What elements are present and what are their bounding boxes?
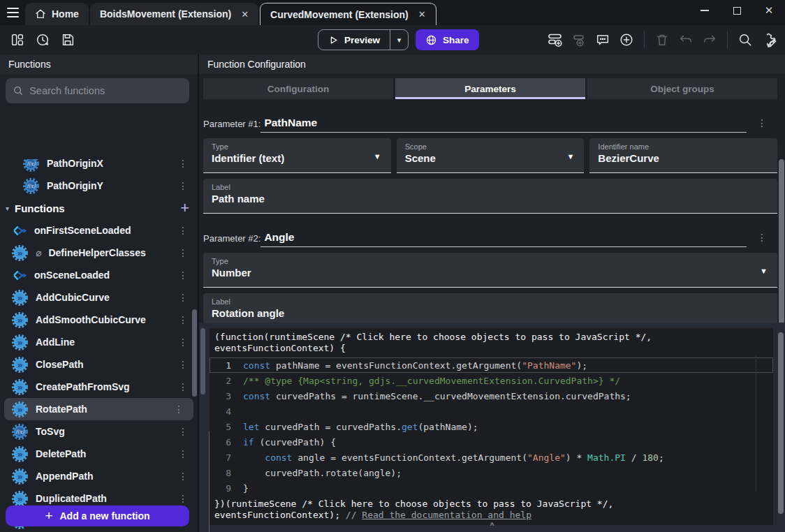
search-input[interactable]	[29, 85, 182, 96]
maximize-button[interactable]	[721, 0, 753, 21]
item-menu-icon[interactable]: ⋮	[174, 471, 192, 482]
project-panels-icon[interactable]	[8, 31, 27, 49]
item-menu-icon[interactable]: ⋮	[174, 180, 192, 191]
sidebar-item-createpathfromsvg[interactable]: »CreatePathFromSvg⋮	[0, 376, 198, 398]
trash-icon[interactable]	[653, 31, 671, 49]
sidebar-item-rotatepath[interactable]: »RotatePath⋮	[4, 398, 193, 420]
code-line-3[interactable]: 3const curvedPaths = runtimeScene.__curv…	[210, 388, 773, 404]
functions-section-header[interactable]: ▾Functions+	[0, 197, 198, 219]
code-line-9[interactable]: 9}	[210, 480, 773, 496]
share-button[interactable]: Share	[416, 29, 479, 50]
type-select[interactable]: Type Identifier (text) ▼	[203, 138, 391, 173]
preview-main[interactable]: Preview	[318, 30, 390, 50]
redo-icon[interactable]	[700, 31, 719, 49]
parameters-scrollbar-thumb[interactable]	[779, 159, 784, 325]
tab-object-groups[interactable]: Object groups	[587, 78, 777, 99]
code-line-7[interactable]: 7 const angle = eventsFunctionContext.ge…	[210, 450, 773, 465]
sidebar-item-appendpath[interactable]: »AppendPath⋮	[0, 465, 198, 487]
sidebar-item-onfirstsceneloaded[interactable]: onFirstSceneLoaded⋮	[0, 219, 198, 242]
close-button[interactable]: ✕	[753, 0, 785, 21]
item-menu-icon[interactable]: ⋮	[174, 493, 192, 504]
item-menu-icon[interactable]: ⋮	[174, 381, 192, 392]
item-menu-icon[interactable]: ⋮	[174, 359, 192, 370]
code-line-8[interactable]: 8 curvedPath.rotate(angle);	[210, 465, 773, 480]
undo-icon[interactable]	[677, 31, 695, 49]
sidebar-item-deletepath[interactable]: »DeletePath⋮	[0, 443, 198, 465]
svg-text:»: »	[17, 337, 22, 347]
events-left-scrollbar-thumb[interactable]	[200, 328, 205, 394]
item-menu-icon[interactable]: ⋮	[174, 159, 192, 169]
item-menu-icon[interactable]: ⋮	[174, 337, 192, 348]
sidebar-item-addsmoothcubiccurve[interactable]: »AddSmoothCubicCurve⋮	[0, 309, 198, 331]
label-field[interactable]: Label Path name	[203, 179, 777, 214]
parameter-name-input[interactable]: Angle	[261, 231, 747, 247]
menu-icon[interactable]	[0, 0, 25, 25]
parameter-menu-icon[interactable]: ⋮	[747, 232, 777, 247]
svg-text:»: »	[17, 359, 22, 369]
add-icon[interactable]: +	[180, 201, 189, 215]
edit-extension-icon[interactable]	[760, 31, 778, 49]
scope-select[interactable]: Scope Scene ▼	[397, 138, 585, 173]
parameter-name-input[interactable]: PathName	[261, 117, 747, 133]
sidebar-item-addcubiccurve[interactable]: »AddCubicCurve⋮	[0, 286, 198, 309]
preview-dropdown[interactable]: ▾	[390, 30, 408, 50]
tab-parameters[interactable]: Parameters	[395, 78, 585, 99]
code-scrollbar-thumb[interactable]	[778, 332, 784, 514]
workspace: Functions f(x)PathOriginX⋮f(x)PathOrigin…	[0, 54, 785, 532]
js-code-editor[interactable]: (function(runtimeScene /* Click here to …	[210, 328, 773, 525]
parameter-menu-icon[interactable]: ⋮	[747, 117, 777, 133]
chevron-down-icon: ▼	[374, 152, 381, 161]
sidebar-item-closepath[interactable]: »ClosePath⋮	[0, 353, 198, 376]
collapse-arrow-icon[interactable]: ▾	[6, 205, 9, 212]
tab-boidsmovement[interactable]: BoidsMovement (Extension) ✕	[90, 3, 258, 25]
add-event-icon[interactable]	[546, 31, 564, 49]
code-header[interactable]: (function(runtimeScene /* Click here to …	[210, 328, 773, 355]
function-name: AddSmoothCubicCurve	[36, 314, 146, 325]
collapse-caret[interactable]: ^	[490, 521, 494, 531]
identifier-name-field[interactable]: Identifier name BezierCurve	[589, 138, 777, 173]
tab-home[interactable]: Home	[25, 3, 89, 25]
sidebar-scrollbar-thumb[interactable]	[192, 309, 197, 397]
code-line-6[interactable]: 6if (curvedPath) {	[210, 434, 773, 450]
add-comment-icon[interactable]	[594, 31, 612, 49]
tab-curvedmovement[interactable]: CurvedMovement (Extension) ✕	[260, 3, 436, 25]
sidebar-item-tosvg[interactable]: f(x)ToSvg⋮	[0, 420, 198, 443]
window-controls: ✕	[689, 0, 785, 25]
sidebar-item-onsceneloaded[interactable]: onSceneLoaded⋮	[0, 264, 198, 286]
close-tab-icon[interactable]: ✕	[237, 9, 249, 20]
svg-text:»: »	[17, 314, 22, 325]
add-subevent-icon[interactable]	[570, 31, 588, 49]
sidebar-item-definehelperclasses[interactable]: »⌀DefineHelperClasses⋮	[0, 242, 198, 264]
sidebar-item-addline[interactable]: »AddLine⋮	[0, 331, 198, 353]
close-tab-icon[interactable]: ✕	[414, 9, 426, 20]
tab-label: CurvedMovement (Extension)	[270, 9, 409, 20]
line-number: 1	[210, 358, 231, 372]
item-menu-icon[interactable]: ⋮	[174, 247, 192, 258]
search-icon[interactable]	[736, 31, 754, 49]
item-menu-icon[interactable]: ⋮	[174, 269, 192, 281]
add-circle-icon[interactable]	[617, 31, 636, 49]
search-box[interactable]	[6, 78, 189, 103]
documentation-link[interactable]: Read the documentation and help	[362, 510, 531, 520]
minimize-button[interactable]	[689, 0, 721, 21]
type-select[interactable]: Type Number ▼	[203, 253, 777, 288]
code-line-4[interactable]: 4	[210, 404, 773, 419]
preview-button[interactable]: Preview ▾	[318, 29, 409, 50]
sidebar-item-pathoriginx[interactable]: f(x)PathOriginX⋮	[0, 159, 198, 175]
code-line-2[interactable]: 2/** @type {Map<string, gdjs.__curvedMov…	[210, 373, 773, 388]
history-icon[interactable]	[34, 31, 52, 49]
line-number: 4	[210, 404, 231, 418]
item-menu-icon[interactable]: ⋮	[174, 426, 192, 437]
code-line-5[interactable]: 5let curvedPath = curvedPaths.get(pathNa…	[210, 419, 773, 434]
sidebar-item-pathoriginy[interactable]: f(x)PathOriginY⋮	[0, 175, 198, 197]
item-menu-icon[interactable]: ⋮	[174, 292, 192, 303]
code-line-1[interactable]: 1const pathName = eventsFunctionContext.…	[210, 357, 773, 373]
item-menu-icon[interactable]: ⋮	[174, 448, 192, 459]
item-menu-icon[interactable]: ⋮	[174, 225, 192, 236]
add-function-button[interactable]: + Add a new function	[6, 505, 189, 526]
line-number: 7	[210, 450, 231, 464]
save-icon[interactable]	[59, 31, 77, 49]
item-menu-icon[interactable]: ⋮	[174, 314, 192, 325]
item-menu-icon[interactable]: ⋮	[170, 404, 188, 415]
tab-configuration[interactable]: Configuration	[203, 78, 393, 99]
